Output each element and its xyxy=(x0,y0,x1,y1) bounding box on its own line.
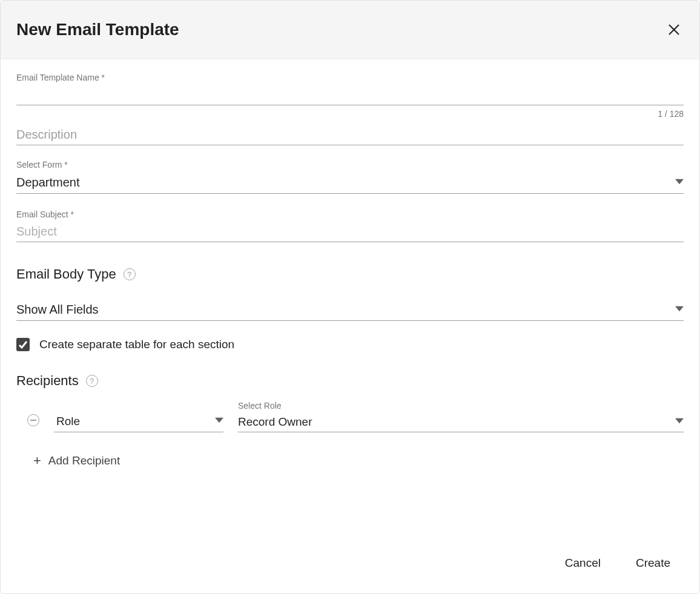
email-subject-label: Email Subject * xyxy=(16,210,684,219)
chevron-down-icon xyxy=(215,416,223,427)
show-all-fields-value: Show All Fields xyxy=(16,303,99,317)
recipient-role-field: Select Role Record Owner xyxy=(238,401,684,432)
chevron-down-icon xyxy=(675,177,684,188)
dialog-header: New Email Template xyxy=(1,1,699,59)
minus-icon xyxy=(30,420,36,421)
template-name-input[interactable] xyxy=(16,85,684,105)
email-body-type-heading-row: Email Body Type ? xyxy=(16,266,684,282)
add-recipient-button[interactable]: + Add Recipient xyxy=(33,454,684,467)
recipient-role-label: Select Role xyxy=(238,401,684,411)
svg-rect-4 xyxy=(30,420,36,421)
separate-table-checkbox-row: Create separate table for each section xyxy=(16,338,684,351)
template-name-counter: 1 / 128 xyxy=(16,109,684,119)
new-email-template-dialog: New Email Template Email Template Name *… xyxy=(0,0,700,594)
svg-marker-2 xyxy=(675,179,684,183)
plus-icon: + xyxy=(33,454,41,467)
recipient-type-value: Role xyxy=(54,415,80,428)
recipient-row: Role Select Role Record Owner xyxy=(27,401,684,432)
email-body-type-heading: Email Body Type xyxy=(16,266,116,282)
select-form-dropdown[interactable]: Department xyxy=(16,172,684,194)
recipient-type-field: Role xyxy=(54,411,223,432)
separate-table-label: Create separate table for each section xyxy=(39,338,234,351)
show-all-fields-dropdown[interactable]: Show All Fields xyxy=(16,299,684,321)
recipient-role-dropdown[interactable]: Record Owner xyxy=(238,412,684,432)
recipients-heading: Recipients xyxy=(16,373,79,389)
select-form-value: Department xyxy=(16,176,80,190)
help-icon[interactable]: ? xyxy=(124,268,136,280)
recipients-heading-row: Recipients ? xyxy=(16,373,684,389)
dialog-body: Email Template Name * 1 / 128 Select For… xyxy=(1,59,699,533)
add-recipient-label: Add Recipient xyxy=(48,454,120,467)
recipient-type-dropdown[interactable]: Role xyxy=(54,411,223,432)
show-all-fields-field: Show All Fields xyxy=(16,299,684,321)
create-button[interactable]: Create xyxy=(636,556,670,570)
email-subject-input[interactable] xyxy=(16,222,684,242)
description-input[interactable] xyxy=(16,125,684,145)
email-subject-field: Email Subject * xyxy=(16,210,684,242)
dialog-footer: Cancel Create xyxy=(1,533,699,593)
svg-marker-3 xyxy=(675,306,684,311)
description-field xyxy=(16,125,684,145)
remove-recipient-button[interactable] xyxy=(27,414,39,426)
svg-marker-6 xyxy=(675,418,684,423)
template-name-field: Email Template Name * 1 / 128 xyxy=(16,73,684,119)
select-form-label: Select Form * xyxy=(16,160,684,170)
template-name-label: Email Template Name * xyxy=(16,73,684,82)
dialog-title: New Email Template xyxy=(16,20,179,39)
close-icon xyxy=(667,22,681,37)
chevron-down-icon xyxy=(675,305,684,315)
recipient-role-value: Record Owner xyxy=(238,415,312,429)
cancel-button[interactable]: Cancel xyxy=(565,556,601,570)
help-icon[interactable]: ? xyxy=(86,375,98,387)
svg-marker-5 xyxy=(215,417,223,422)
separate-table-checkbox[interactable] xyxy=(16,338,30,351)
select-form-field: Select Form * Department xyxy=(16,160,684,194)
close-button[interactable] xyxy=(664,20,684,39)
check-icon xyxy=(18,340,28,349)
chevron-down-icon xyxy=(675,417,684,427)
